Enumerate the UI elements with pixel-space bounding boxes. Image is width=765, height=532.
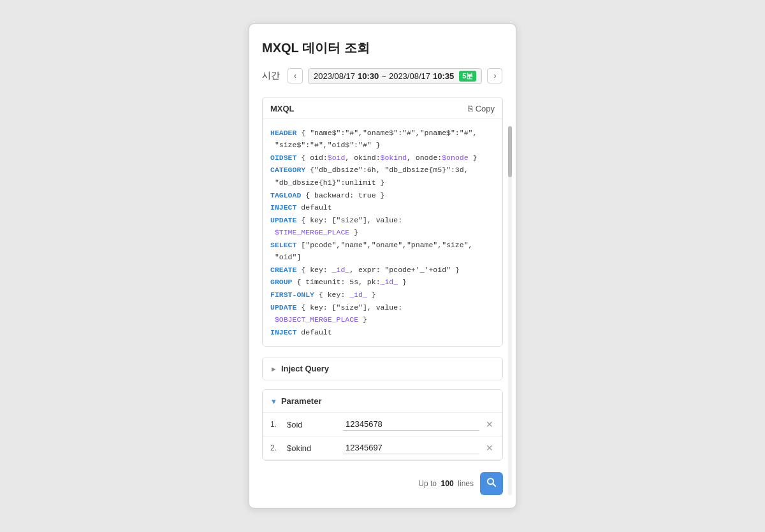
time-range: 2023/08/17 10:30 ~ 2023/08/17 10:35 5분 [308,68,482,84]
lines-label: Up to 100 lines [418,479,474,488]
param-delete-button-2[interactable]: ✕ [484,443,495,453]
time-separator: ~ [381,71,386,81]
copy-label: Copy [476,104,495,113]
footer-row: Up to 100 lines [262,470,503,495]
param-value-input-2[interactable] [343,442,479,454]
time-end-time: 10:35 [433,71,454,81]
code-line-13: GROUP { timeunit: 5s, pk:_id_ } [270,276,495,289]
search-icon [486,477,497,490]
inject-query-label: Inject Query [281,364,329,373]
copy-icon: ⎘ [468,104,473,113]
lines-count: 100 [441,479,454,488]
time-prev-button[interactable]: ‹ [288,68,303,83]
code-line-2: "size$":"#","oid$":"#" } [270,139,495,152]
code-line-7: INJECT default [270,201,495,214]
code-line-17: INJECT default [270,326,495,339]
code-line-5: "db_dbsize{h1}":unlimit } [270,176,495,189]
copy-button[interactable]: ⎘ Copy [468,104,495,113]
scrollbar-thumb [508,126,512,177]
inject-query-section: ► Inject Query [262,357,503,380]
code-line-12: CREATE { key: _id_, expr: "pcode+'_'+oid… [270,264,495,277]
code-line-16: $OBJECT_MERGE_PLACE } [270,313,495,326]
code-line-14: FIRST-ONLY { key: _id_ } [270,289,495,301]
param-num-2: 2. [270,443,282,452]
main-panel: MXQL 데이터 조회 시간 ‹ 2023/08/17 10:30 ~ 2023… [249,24,516,508]
code-line-15: UPDATE { key: ["size"], value: [270,301,495,314]
parameter-header: ▼ Parameter [263,390,502,413]
param-num-1: 1. [270,420,282,429]
mxql-code-block: HEADER { "name$":"#","oname$":"#","pname… [263,119,502,346]
mxql-section-title: MXQL [270,104,295,113]
inject-query-chevron-icon: ► [270,365,277,373]
code-line-10: SELECT ["pcode","name","oname","pname","… [270,239,495,252]
time-start-time: 10:30 [358,71,379,81]
parameter-label: Parameter [281,396,322,406]
param-name-2: $okind [287,443,338,453]
svg-line-1 [493,484,495,486]
parameter-chevron-icon: ▼ [270,398,277,405]
up-to-label: Up to [418,479,437,488]
time-row: 시간 ‹ 2023/08/17 10:30 ~ 2023/08/17 10:35… [262,68,503,84]
param-row-1: 1. $oid ✕ [263,413,502,436]
time-badge: 5분 [459,71,476,82]
param-row-2: 2. $okind ✕ [263,436,502,460]
inject-query-header[interactable]: ► Inject Query [263,357,502,380]
panel-title: MXQL 데이터 조회 [262,40,503,57]
code-line-3: OIDSET { oid:$oid, okind:$okind, onode:$… [270,152,495,164]
time-label: 시간 [262,70,280,82]
time-start-date: 2023/08/17 [314,71,355,81]
code-line-9: $TIME_MERGE_PLACE } [270,226,495,239]
scrollbar[interactable] [508,126,512,495]
code-line-1: HEADER { "name$":"#","oname$":"#","pname… [270,127,495,140]
code-line-11: "oid"] [270,251,495,264]
lines-suffix: lines [458,479,474,488]
code-line-6: TAGLOAD { backward: true } [270,189,495,202]
time-next-button[interactable]: › [487,68,502,83]
mxql-section: MXQL ⎘ Copy HEADER { "name$":"#","oname$… [262,97,503,347]
time-end-date: 2023/08/17 [389,71,430,81]
param-value-input-1[interactable] [343,418,479,431]
mxql-header: MXQL ⎘ Copy [263,97,502,119]
parameter-section: ▼ Parameter 1. $oid ✕ 2. $okind ✕ [262,389,503,461]
param-delete-button-1[interactable]: ✕ [484,419,495,429]
param-name-1: $oid [287,420,338,429]
search-button[interactable] [480,472,503,495]
code-line-4: CATEGORY {"db_dbsize":6h, "db_dbsize{m5}… [270,164,495,176]
code-line-8: UPDATE { key: ["size"], value: [270,214,495,227]
